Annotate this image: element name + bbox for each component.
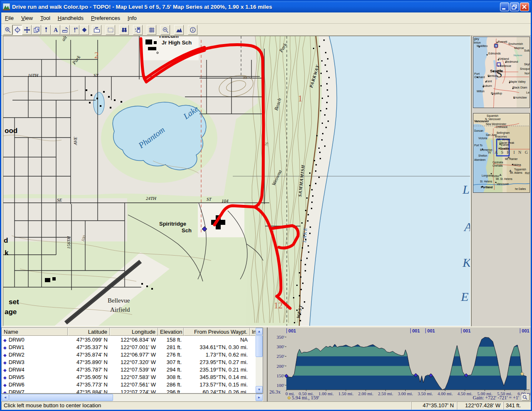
cell-lat: 47°35.773' N (76, 381, 108, 388)
print-icon[interactable] (92, 25, 101, 35)
waypoint-icon: ◆ (3, 383, 7, 387)
overview-map-washington[interactable]: SquamishN. VancouverVancouverNew Westmin… (473, 113, 530, 193)
restore-button[interactable] (510, 2, 519, 11)
scroll-left-icon[interactable]: ◄ (2, 394, 9, 401)
panel-splitter[interactable] (263, 327, 268, 401)
cell-from: 345.85°TN, 0.14 mi. (200, 374, 248, 380)
pan-icon[interactable] (22, 25, 32, 35)
svg-text:A: A (37, 28, 39, 32)
cell-from: 334.61°TN, 0.30 mi. (200, 344, 248, 350)
ruler-icon[interactable] (60, 25, 70, 35)
table-row[interactable]: ◆DRW747°35.884' N122°07.274' W296 ft.60.… (2, 388, 263, 394)
table-vertical-scrollbar[interactable]: ▲ ▼ (256, 328, 263, 393)
cell-elev: 286 ft. (167, 381, 182, 388)
table-row[interactable]: ◆DRW547°35.905' N122°07.583' W308 ft.345… (2, 373, 263, 381)
scroll-right-icon[interactable]: ► (256, 394, 263, 401)
cell-name: DRW3 (9, 359, 25, 365)
terrain-profile-icon[interactable] (174, 25, 184, 35)
cell-lon: 122°07.320' W (121, 359, 156, 365)
table-row[interactable]: ◆DRW447°35.787' N122°07.539' W294 ft.235… (2, 366, 263, 373)
svg-text:100': 100' (277, 383, 285, 388)
svg-text:2.00 mi.: 2.00 mi. (358, 391, 374, 396)
svg-text:N: N (76, 27, 77, 30)
grid-icon[interactable] (147, 25, 156, 35)
svg-text:2.50 mi.: 2.50 mi. (378, 391, 394, 396)
column-header-from-previous-waypt-[interactable]: From Previous Waypt. (184, 328, 250, 336)
svg-text:001: 001 (522, 328, 529, 333)
svg-text:200': 200' (277, 364, 285, 369)
topo-map-viewport[interactable]: TillicumJr High SchSpiritridgeSchBellevu… (3, 36, 470, 326)
table-horizontal-scrollbar[interactable]: ◄ ► (1, 394, 263, 401)
cell-elev: 307 ft. (167, 359, 182, 365)
waypoint-icon[interactable] (79, 25, 89, 35)
menu-item-handhelds[interactable]: Handhelds (54, 13, 87, 23)
cell-from: NA (240, 337, 248, 343)
cell-from: 60.24°TN, 0.26 mi. (202, 389, 248, 394)
column-header-latitude[interactable]: Latitude (68, 328, 110, 336)
scroll-up-icon[interactable]: ▲ (256, 328, 263, 335)
topo-map-canvas (3, 36, 470, 326)
cell-from: 235.19°TN, 0.21 mi. (200, 367, 248, 373)
elevation-profile-panel[interactable]: 350'300'250'200'150'100'0 mi.0.50 mi.1.0… (268, 327, 531, 401)
column-header-longitude[interactable]: Longitude (110, 328, 158, 336)
cell-name: DRW4 (9, 367, 25, 373)
svg-text:001: 001 (463, 328, 470, 333)
magnifier-icon[interactable] (160, 25, 170, 35)
map-text-copy-icon[interactable]: A (32, 25, 41, 35)
menu-item-preferences[interactable]: Preferences (87, 13, 124, 23)
title-bar: Drive run and walk Color.tpo - TOPO! - M… (1, 1, 531, 12)
status-bar: Click left mouse button to center locati… (1, 401, 531, 410)
app-window: Drive run and walk Color.tpo - TOPO! - M… (0, 0, 532, 411)
table-row[interactable]: ◆DRW347°35.890' N122°07.320' W307 ft.273… (2, 358, 263, 366)
menu-item-info[interactable]: Info (124, 13, 140, 23)
status-hint: Click left mouse button to center locati… (1, 401, 411, 410)
table-row[interactable]: ◆DRW047°35.099' N122°06.834' W158 ft.NA (2, 336, 263, 343)
vertical-scroll-thumb[interactable] (256, 335, 263, 357)
profile-scale-label: 26.3x (269, 389, 281, 395)
cell-name: DRW1 (9, 344, 25, 350)
svg-text:3.00 mi.: 3.00 mi. (398, 391, 413, 396)
menu-item-file[interactable]: File (1, 13, 17, 23)
waypoint-icon: ◆ (3, 360, 7, 365)
cell-lon: 122°06.977' W (121, 352, 156, 358)
overview-map-seattle[interactable]: 5 gleylintonEverettSnohomishMonroeSultaM… (473, 37, 530, 108)
elevation-profile-chart[interactable]: 350'300'250'200'150'100'0 mi.0.50 mi.1.0… (268, 327, 531, 401)
table-row[interactable]: ◆DRW647°35.773' N122°07.561' W286 ft.173… (2, 381, 263, 388)
pin-icon[interactable] (41, 25, 51, 35)
recenter-icon[interactable] (12, 25, 22, 35)
menu-bar: FileViewToolHandheldsPreferencesInfo (1, 12, 531, 24)
menu-item-view[interactable]: View (17, 13, 37, 23)
minimize-button[interactable] (500, 2, 509, 11)
table-row[interactable]: ◆DRW147°35.337' N122°07.001' W281 ft.334… (2, 343, 263, 351)
close-button[interactable] (520, 2, 529, 11)
cell-lat: 47°35.874' N (76, 352, 108, 358)
scroll-down-icon[interactable]: ▼ (256, 386, 263, 393)
waypoint-table[interactable]: NameLatitudeLongitudeElevationFrom Previ… (1, 327, 263, 394)
gps-transfer-icon[interactable] (133, 25, 143, 35)
svg-text:A: A (53, 27, 58, 33)
table-row[interactable]: ◆DRW247°35.874' N122°06.977' W276 ft.1.7… (2, 351, 263, 358)
status-latitude: 47°35.107' N (411, 401, 457, 410)
horizontal-scroll-thumb[interactable] (9, 394, 113, 401)
svg-text:1.00 mi.: 1.00 mi. (318, 391, 334, 396)
svg-text:4.50 mi.: 4.50 mi. (458, 391, 473, 396)
cell-name: DRW7 (9, 389, 25, 394)
cell-lon: 122°06.834' W (121, 337, 156, 343)
svg-text:001: 001 (288, 328, 296, 333)
column-header-elevation[interactable]: Elevation (158, 328, 184, 336)
cell-elev: 276 ft. (167, 352, 182, 358)
cell-lat: 47°35.099' N (76, 337, 108, 343)
label-icon[interactable]: A (51, 25, 60, 35)
info-icon[interactable] (188, 25, 197, 35)
menu-item-tool[interactable]: Tool (37, 13, 54, 23)
cell-lat: 47°35.884' N (76, 389, 108, 394)
cell-lat: 47°35.890' N (76, 359, 108, 365)
compass-icon[interactable]: N (70, 25, 79, 35)
svg-text:150': 150' (277, 373, 285, 378)
zoom-icon[interactable] (3, 25, 12, 35)
cell-name: DRW2 (9, 352, 25, 358)
find-icon[interactable] (119, 25, 129, 35)
profile-zoom-button[interactable] (522, 394, 530, 401)
select-region-icon[interactable] (106, 25, 115, 35)
column-header-name[interactable]: Name (2, 328, 68, 336)
